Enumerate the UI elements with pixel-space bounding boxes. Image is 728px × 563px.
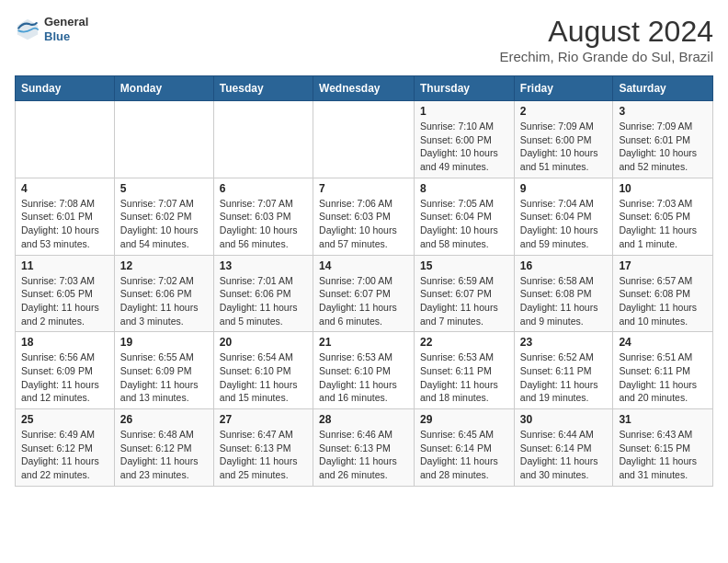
day-cell <box>313 101 415 178</box>
day-cell: 17Sunrise: 6:57 AM Sunset: 6:08 PM Dayli… <box>613 255 713 332</box>
day-cell: 16Sunrise: 6:58 AM Sunset: 6:08 PM Dayli… <box>514 255 613 332</box>
day-number: 23 <box>520 336 608 349</box>
week-row-3: 11Sunrise: 7:03 AM Sunset: 6:05 PM Dayli… <box>16 255 713 332</box>
day-number: 5 <box>120 182 208 195</box>
week-row-1: 1Sunrise: 7:10 AM Sunset: 6:00 PM Daylig… <box>16 101 713 178</box>
day-info: Sunrise: 6:43 AM Sunset: 6:15 PM Dayligh… <box>619 428 707 482</box>
day-number: 10 <box>619 182 707 195</box>
header-thursday: Thursday <box>415 76 515 101</box>
day-number: 13 <box>220 259 307 272</box>
day-info: Sunrise: 6:49 AM Sunset: 6:12 PM Dayligh… <box>21 428 108 482</box>
day-cell: 31Sunrise: 6:43 AM Sunset: 6:15 PM Dayli… <box>613 409 713 487</box>
day-number: 24 <box>619 336 707 349</box>
header-tuesday: Tuesday <box>213 76 313 101</box>
day-number: 30 <box>520 413 608 426</box>
day-info: Sunrise: 6:51 AM Sunset: 6:11 PM Dayligh… <box>619 350 707 405</box>
day-cell: 6Sunrise: 7:07 AM Sunset: 6:03 PM Daylig… <box>213 178 313 255</box>
day-number: 20 <box>220 336 307 349</box>
day-info: Sunrise: 6:52 AM Sunset: 6:11 PM Dayligh… <box>520 350 608 405</box>
day-info: Sunrise: 7:03 AM Sunset: 6:05 PM Dayligh… <box>619 197 707 251</box>
day-number: 12 <box>120 259 208 272</box>
day-info: Sunrise: 7:05 AM Sunset: 6:04 PM Dayligh… <box>420 197 508 251</box>
header-sunday: Sunday <box>16 76 115 101</box>
day-cell: 11Sunrise: 7:03 AM Sunset: 6:05 PM Dayli… <box>16 255 115 332</box>
day-info: Sunrise: 6:47 AM Sunset: 6:13 PM Dayligh… <box>220 428 307 482</box>
day-info: Sunrise: 6:53 AM Sunset: 6:11 PM Dayligh… <box>420 350 508 405</box>
day-cell <box>114 101 213 178</box>
calendar-table: SundayMondayTuesdayWednesdayThursdayFrid… <box>15 75 713 487</box>
day-cell: 1Sunrise: 7:10 AM Sunset: 6:00 PM Daylig… <box>415 101 515 178</box>
day-cell: 18Sunrise: 6:56 AM Sunset: 6:09 PM Dayli… <box>16 332 115 409</box>
day-info: Sunrise: 7:10 AM Sunset: 6:00 PM Dayligh… <box>420 120 508 174</box>
day-info: Sunrise: 6:59 AM Sunset: 6:07 PM Dayligh… <box>420 274 508 328</box>
title-block: August 2024 Erechim, Rio Grande do Sul, … <box>499 15 713 64</box>
header-saturday: Saturday <box>613 76 713 101</box>
logo-icon <box>15 17 40 42</box>
day-number: 18 <box>21 336 108 349</box>
day-cell: 9Sunrise: 7:04 AM Sunset: 6:04 PM Daylig… <box>514 178 613 255</box>
day-info: Sunrise: 6:44 AM Sunset: 6:14 PM Dayligh… <box>520 428 608 482</box>
day-cell: 27Sunrise: 6:47 AM Sunset: 6:13 PM Dayli… <box>213 409 313 487</box>
day-number: 1 <box>420 105 508 118</box>
day-number: 2 <box>520 105 608 118</box>
calendar-header-row: SundayMondayTuesdayWednesdayThursdayFrid… <box>16 76 713 101</box>
day-info: Sunrise: 7:07 AM Sunset: 6:03 PM Dayligh… <box>220 197 307 251</box>
day-number: 17 <box>619 259 707 272</box>
day-number: 29 <box>420 413 508 426</box>
day-number: 21 <box>319 336 408 349</box>
day-info: Sunrise: 7:09 AM Sunset: 6:01 PM Dayligh… <box>619 120 707 174</box>
day-info: Sunrise: 7:00 AM Sunset: 6:07 PM Dayligh… <box>319 274 408 328</box>
day-cell: 19Sunrise: 6:55 AM Sunset: 6:09 PM Dayli… <box>114 332 213 409</box>
header-monday: Monday <box>114 76 213 101</box>
day-cell: 4Sunrise: 7:08 AM Sunset: 6:01 PM Daylig… <box>16 178 115 255</box>
header-friday: Friday <box>514 76 613 101</box>
day-number: 28 <box>319 413 408 426</box>
day-info: Sunrise: 7:06 AM Sunset: 6:03 PM Dayligh… <box>319 197 408 251</box>
day-number: 6 <box>220 182 307 195</box>
header-wednesday: Wednesday <box>313 76 415 101</box>
day-number: 11 <box>21 259 108 272</box>
logo: General Blue <box>15 15 88 43</box>
day-number: 31 <box>619 413 707 426</box>
day-info: Sunrise: 7:01 AM Sunset: 6:06 PM Dayligh… <box>220 274 307 328</box>
day-cell: 12Sunrise: 7:02 AM Sunset: 6:06 PM Dayli… <box>114 255 213 332</box>
day-info: Sunrise: 6:55 AM Sunset: 6:09 PM Dayligh… <box>120 350 208 405</box>
day-cell: 29Sunrise: 6:45 AM Sunset: 6:14 PM Dayli… <box>415 409 515 487</box>
day-info: Sunrise: 6:58 AM Sunset: 6:08 PM Dayligh… <box>520 274 608 328</box>
day-number: 14 <box>319 259 408 272</box>
day-number: 4 <box>21 182 108 195</box>
day-number: 26 <box>120 413 208 426</box>
week-row-5: 25Sunrise: 6:49 AM Sunset: 6:12 PM Dayli… <box>16 409 713 487</box>
day-info: Sunrise: 6:56 AM Sunset: 6:09 PM Dayligh… <box>21 350 108 405</box>
day-number: 3 <box>619 105 707 118</box>
page-header: General Blue August 2024 Erechim, Rio Gr… <box>15 15 713 64</box>
day-cell: 22Sunrise: 6:53 AM Sunset: 6:11 PM Dayli… <box>415 332 515 409</box>
day-number: 25 <box>21 413 108 426</box>
day-cell: 2Sunrise: 7:09 AM Sunset: 6:00 PM Daylig… <box>514 101 613 178</box>
day-number: 19 <box>120 336 208 349</box>
day-info: Sunrise: 7:03 AM Sunset: 6:05 PM Dayligh… <box>21 274 108 328</box>
day-cell: 5Sunrise: 7:07 AM Sunset: 6:02 PM Daylig… <box>114 178 213 255</box>
day-cell <box>16 101 115 178</box>
day-cell: 28Sunrise: 6:46 AM Sunset: 6:13 PM Dayli… <box>313 409 415 487</box>
day-info: Sunrise: 7:02 AM Sunset: 6:06 PM Dayligh… <box>120 274 208 328</box>
svg-marker-0 <box>17 18 38 39</box>
day-cell: 10Sunrise: 7:03 AM Sunset: 6:05 PM Dayli… <box>613 178 713 255</box>
day-cell: 24Sunrise: 6:51 AM Sunset: 6:11 PM Dayli… <box>613 332 713 409</box>
day-info: Sunrise: 6:45 AM Sunset: 6:14 PM Dayligh… <box>420 428 508 482</box>
day-cell: 26Sunrise: 6:48 AM Sunset: 6:12 PM Dayli… <box>114 409 213 487</box>
day-info: Sunrise: 7:04 AM Sunset: 6:04 PM Dayligh… <box>520 197 608 251</box>
day-info: Sunrise: 6:57 AM Sunset: 6:08 PM Dayligh… <box>619 274 707 328</box>
logo-text: General Blue <box>44 15 88 43</box>
day-cell: 8Sunrise: 7:05 AM Sunset: 6:04 PM Daylig… <box>415 178 515 255</box>
day-info: Sunrise: 6:54 AM Sunset: 6:10 PM Dayligh… <box>220 350 307 405</box>
day-cell: 21Sunrise: 6:53 AM Sunset: 6:10 PM Dayli… <box>313 332 415 409</box>
day-cell: 30Sunrise: 6:44 AM Sunset: 6:14 PM Dayli… <box>514 409 613 487</box>
day-cell: 15Sunrise: 6:59 AM Sunset: 6:07 PM Dayli… <box>415 255 515 332</box>
day-cell <box>213 101 313 178</box>
day-number: 7 <box>319 182 408 195</box>
day-info: Sunrise: 7:09 AM Sunset: 6:00 PM Dayligh… <box>520 120 608 174</box>
calendar-title: August 2024 <box>499 15 713 49</box>
week-row-2: 4Sunrise: 7:08 AM Sunset: 6:01 PM Daylig… <box>16 178 713 255</box>
day-info: Sunrise: 6:48 AM Sunset: 6:12 PM Dayligh… <box>120 428 208 482</box>
